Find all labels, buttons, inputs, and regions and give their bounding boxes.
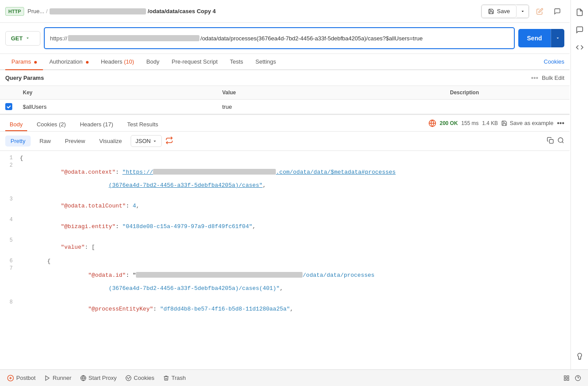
line-num-7: 7 bbox=[0, 265, 20, 272]
checkbox-checked[interactable] bbox=[5, 103, 12, 110]
line-num-8: 8 bbox=[0, 299, 20, 305]
url-input[interactable]: https:// /odata/data/processes(3676ea4d-… bbox=[44, 27, 515, 49]
sidebar-doc-icon[interactable] bbox=[573, 5, 587, 19]
query-params-title: Query Params bbox=[0, 70, 49, 86]
table-row: $allUsers true bbox=[0, 100, 570, 114]
col-checkbox-header bbox=[0, 86, 18, 99]
query-params-section: Query Params ••• Bulk Edit Key Value Des… bbox=[0, 70, 570, 114]
tab-authorization[interactable]: Authorization bbox=[43, 54, 95, 70]
tab-body-label: Body bbox=[146, 58, 160, 65]
more-options-icon[interactable]: ••• bbox=[531, 74, 538, 82]
save-dropdown-button[interactable] bbox=[517, 5, 529, 18]
response-tab-cookies[interactable]: Cookies (2) bbox=[32, 118, 71, 131]
bulk-edit-button[interactable]: Bulk Edit bbox=[542, 75, 564, 81]
row-checkbox[interactable] bbox=[0, 100, 18, 114]
response-tab-headers[interactable]: Headers (17) bbox=[75, 118, 118, 131]
code-line-6: 6 { bbox=[0, 257, 570, 265]
row-description[interactable] bbox=[445, 103, 570, 110]
format-bar: Pretty Raw Preview Visualize JSON bbox=[0, 132, 570, 151]
request-tabs: Params Authorization Headers (10) Body P… bbox=[0, 54, 570, 70]
status-group: 200 OK 155 ms 1.4 KB Save as example ••• bbox=[428, 119, 564, 127]
line-content-7: "@odata.id": " /odata/data/processes (36… bbox=[20, 265, 570, 298]
code-line-3: 3 "@odata.totalCount": 4, bbox=[0, 196, 570, 216]
code-icon bbox=[576, 43, 584, 51]
format-type-label: JSON bbox=[135, 138, 151, 144]
code-line-7: 7 "@odata.id": " /odata/data/processes (… bbox=[0, 265, 570, 299]
line-content-5: "value": [ bbox=[20, 237, 570, 257]
line-content-8: "@processEntityKey": "df8dd4b8-be57-4f16… bbox=[20, 299, 570, 313]
tab-settings[interactable]: Settings bbox=[249, 54, 282, 70]
line-num-6: 6 bbox=[0, 258, 20, 264]
search-button[interactable] bbox=[557, 137, 564, 145]
method-chevron-icon bbox=[25, 36, 30, 40]
response-bar: Body Cookies (2) Headers (17) Test Resul… bbox=[0, 114, 570, 132]
format-preview-button[interactable]: Preview bbox=[60, 136, 90, 147]
sidebar-code-icon[interactable] bbox=[573, 40, 587, 54]
top-bar: HTTP Prue... / /odata/data/cases Copy 4 … bbox=[0, 0, 570, 23]
line-num-3: 3 bbox=[0, 196, 20, 202]
row-value[interactable]: true bbox=[217, 100, 445, 114]
tab-tests[interactable]: Tests bbox=[224, 54, 249, 70]
response-test-label: Test Results bbox=[127, 121, 158, 128]
http-badge: HTTP bbox=[5, 7, 24, 16]
response-size: 1.4 KB bbox=[482, 120, 498, 126]
url-blurred-top bbox=[50, 8, 146, 14]
send-button[interactable]: Send bbox=[518, 29, 551, 47]
chat-icon bbox=[576, 26, 584, 34]
chevron-down-icon bbox=[520, 9, 525, 14]
code-line-1: 1 { bbox=[0, 154, 570, 162]
format-chevron-icon bbox=[153, 139, 157, 143]
code-line-5: 5 "value": [ bbox=[0, 237, 570, 257]
url-path: /odata/data/processes(3676ea4d-7bd2-4456… bbox=[200, 35, 423, 42]
response-tab-body[interactable]: Body bbox=[5, 118, 27, 131]
breadcrumb: Prue... / /odata/data/cases Copy 4 bbox=[28, 8, 478, 14]
col-key-header: Key bbox=[18, 86, 217, 99]
format-pretty-button[interactable]: Pretty bbox=[5, 136, 31, 147]
code-area[interactable]: 1 { 2 "@odata.context": "https:// .com/o… bbox=[0, 151, 570, 313]
format-raw-button[interactable]: Raw bbox=[34, 136, 56, 147]
wrap-button[interactable] bbox=[165, 136, 173, 146]
checkmark-icon bbox=[6, 104, 11, 109]
tab-body[interactable]: Body bbox=[140, 54, 166, 70]
url-bar-row: GET https:// /odata/data/processes(3676e… bbox=[0, 23, 570, 54]
format-visualize-button[interactable]: Visualize bbox=[94, 136, 127, 147]
line-content-3: "@odata.totalCount": 4, bbox=[20, 196, 570, 216]
response-tab-test-results[interactable]: Test Results bbox=[123, 118, 163, 131]
svg-point-3 bbox=[558, 138, 563, 143]
response-headers-label: Headers (17) bbox=[80, 121, 113, 128]
params-table-header: Key Value Description bbox=[0, 86, 570, 100]
tab-authorization-label: Authorization bbox=[49, 58, 82, 65]
tab-tests-label: Tests bbox=[230, 58, 243, 65]
project-name[interactable]: Prue... bbox=[28, 8, 44, 14]
tab-headers[interactable]: Headers (10) bbox=[95, 54, 140, 70]
response-body-label: Body bbox=[10, 121, 23, 128]
format-type-select[interactable]: JSON bbox=[131, 135, 162, 147]
col-desc-header: Description bbox=[445, 86, 570, 99]
authorization-dot bbox=[86, 61, 89, 64]
tab-prerequest[interactable]: Pre-request Script bbox=[165, 54, 224, 70]
code-line-2: 2 "@odata.context": "https:// .com/odata… bbox=[0, 162, 570, 196]
method-label: GET bbox=[11, 35, 23, 42]
headers-count: (10) bbox=[124, 58, 134, 65]
edit-icon-button[interactable] bbox=[533, 4, 547, 18]
search-icon bbox=[557, 137, 564, 144]
row-key[interactable]: $allUsers bbox=[18, 100, 217, 114]
url-prefix: https:// bbox=[50, 35, 67, 42]
comment-icon-button[interactable] bbox=[550, 4, 564, 18]
save-button[interactable]: Save bbox=[481, 5, 517, 18]
sidebar-chat-icon[interactable] bbox=[573, 23, 587, 37]
response-time: 155 ms bbox=[461, 120, 478, 126]
tab-params[interactable]: Params bbox=[5, 54, 43, 70]
response-cookies-label: Cookies (2) bbox=[37, 121, 66, 128]
line-num-4: 4 bbox=[0, 217, 20, 223]
copy-button[interactable] bbox=[547, 137, 554, 145]
save-example-button[interactable]: Save as example bbox=[501, 120, 553, 126]
method-select[interactable]: GET bbox=[5, 31, 40, 46]
edit-icon bbox=[536, 8, 543, 15]
cookies-link[interactable]: Cookies bbox=[544, 54, 564, 69]
send-dropdown-button[interactable] bbox=[551, 29, 564, 47]
response-more-button[interactable]: ••• bbox=[557, 119, 564, 127]
line-content-6: { bbox=[20, 258, 570, 264]
doc-icon bbox=[576, 8, 584, 16]
save-group: Save bbox=[481, 4, 529, 18]
